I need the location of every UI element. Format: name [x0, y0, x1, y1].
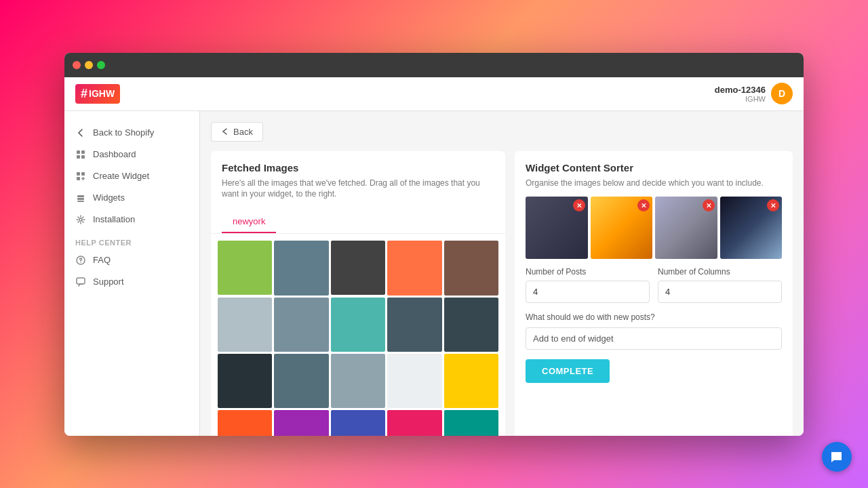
- selected-image-1[interactable]: ✕: [526, 197, 588, 259]
- fetched-images-title: Fetched Images: [222, 162, 494, 174]
- image-thumb[interactable]: [387, 410, 441, 435]
- avatar: D: [771, 83, 793, 104]
- chat-fab-button[interactable]: [822, 442, 852, 472]
- maximize-button[interactable]: [97, 61, 105, 69]
- two-panels: Fetched Images Here's all the images tha…: [211, 151, 793, 436]
- back-button-label: Back: [233, 127, 253, 137]
- remove-image-3-button[interactable]: ✕: [703, 199, 715, 211]
- image-thumb[interactable]: [444, 410, 498, 435]
- back-button[interactable]: Back: [211, 122, 263, 142]
- new-posts-label: What should we do with new posts?: [526, 312, 782, 322]
- svg-rect-0: [77, 150, 80, 154]
- selected-image-2[interactable]: ✕: [591, 197, 653, 259]
- sidebar-label-create-widget: Create Widget: [93, 171, 149, 181]
- number-of-columns-group: Number of Columns: [658, 267, 782, 303]
- number-of-columns-label: Number of Columns: [658, 267, 782, 277]
- number-of-posts-input[interactable]: [526, 281, 650, 303]
- image-thumb[interactable]: [274, 354, 328, 408]
- app-header: # IGHW demo-12346 IGHW D: [64, 77, 804, 111]
- svg-rect-3: [81, 155, 85, 159]
- image-thumb[interactable]: [444, 298, 498, 352]
- image-thumb[interactable]: [331, 354, 385, 408]
- gear-icon: [75, 214, 86, 225]
- image-thumb[interactable]: [331, 298, 385, 352]
- sidebar-label-dashboard: Dashboard: [93, 149, 136, 159]
- complete-button[interactable]: COMPLETE: [526, 359, 610, 383]
- sidebar-label-back-shopify: Back to Shopify: [93, 127, 154, 138]
- image-thumb[interactable]: [218, 241, 272, 295]
- svg-rect-11: [77, 201, 84, 202]
- traffic-lights: [73, 61, 105, 69]
- sidebar-label-support: Support: [93, 277, 124, 287]
- new-posts-select[interactable]: Add to end of widget: [526, 327, 782, 350]
- help-center-label: HELP CENTER: [64, 230, 199, 249]
- image-thumb[interactable]: [274, 410, 328, 435]
- selected-image-3[interactable]: ✕: [655, 197, 717, 259]
- svg-rect-15: [77, 278, 85, 284]
- image-thumb[interactable]: [331, 410, 385, 435]
- sidebar-item-create-widget[interactable]: Create Widget: [64, 165, 199, 187]
- question-icon: [75, 255, 86, 266]
- user-details: demo-12346 IGHW: [715, 85, 766, 103]
- logo-box: # IGHW: [75, 84, 120, 104]
- image-thumb[interactable]: [387, 354, 441, 408]
- svg-rect-1: [81, 150, 85, 154]
- arrow-left-icon: [75, 127, 86, 138]
- svg-rect-10: [77, 198, 84, 200]
- sidebar-item-faq[interactable]: FAQ: [64, 249, 199, 271]
- svg-rect-6: [77, 177, 80, 180]
- sidebar-item-back-shopify[interactable]: Back to Shopify: [64, 122, 199, 144]
- chat-icon: [75, 277, 86, 287]
- user-company: IGHW: [715, 95, 766, 103]
- grid-icon: [75, 149, 86, 160]
- posts-columns-row: Number of Posts Number of Columns: [526, 267, 782, 303]
- sidebar-item-widgets[interactable]: Widgets: [64, 187, 199, 209]
- tab-newyork[interactable]: newyork: [222, 211, 276, 233]
- sidebar-label-faq: FAQ: [93, 255, 111, 265]
- minimize-button[interactable]: [85, 61, 93, 69]
- image-thumb[interactable]: [387, 298, 441, 352]
- selected-image-4[interactable]: ✕: [720, 197, 783, 259]
- logo-text: IGHW: [89, 88, 115, 99]
- sidebar-item-support[interactable]: Support: [64, 271, 199, 293]
- logo: # IGHW: [75, 84, 120, 104]
- image-thumb[interactable]: [444, 354, 498, 408]
- image-thumb[interactable]: [218, 354, 272, 408]
- remove-image-4-button[interactable]: ✕: [767, 199, 779, 211]
- image-thumb[interactable]: [274, 298, 328, 352]
- fetched-images-header: Fetched Images Here's all the images tha…: [211, 151, 505, 211]
- layers-icon: [75, 192, 86, 203]
- remove-image-2-button[interactable]: ✕: [637, 199, 650, 211]
- user-info: demo-12346 IGHW D: [715, 83, 793, 104]
- tab-bar: newyork: [211, 211, 505, 234]
- widget-sorter-title: Widget Content Sorter: [526, 162, 782, 174]
- svg-rect-9: [77, 195, 84, 197]
- image-thumb[interactable]: [444, 241, 498, 295]
- image-thumb[interactable]: [274, 241, 328, 295]
- number-of-columns-input[interactable]: [658, 281, 782, 303]
- main-layout: Back to Shopify Dashboard: [64, 111, 804, 436]
- sidebar-item-installation[interactable]: Installation: [64, 209, 199, 230]
- user-name: demo-12346: [715, 85, 766, 95]
- widget-sorter-panel: Widget Content Sorter Organise the image…: [515, 151, 793, 436]
- image-thumb[interactable]: [218, 298, 272, 352]
- close-button[interactable]: [73, 61, 81, 69]
- remove-image-1-button[interactable]: ✕: [573, 199, 585, 211]
- logo-hash-icon: #: [81, 87, 87, 101]
- number-of-posts-group: Number of Posts: [526, 267, 650, 303]
- sidebar-label-installation: Installation: [93, 214, 135, 224]
- image-thumb[interactable]: [331, 241, 385, 295]
- number-of-posts-label: Number of Posts: [526, 267, 650, 277]
- sidebar-label-widgets: Widgets: [93, 192, 125, 203]
- widget-sorter-desc: Organise the images below and decide whi…: [526, 178, 782, 189]
- image-thumb[interactable]: [387, 241, 441, 295]
- svg-rect-4: [77, 172, 80, 176]
- image-thumb[interactable]: [218, 410, 272, 435]
- svg-rect-2: [77, 155, 80, 159]
- image-grid: [211, 234, 505, 435]
- sidebar-item-dashboard[interactable]: Dashboard: [64, 144, 199, 165]
- main-content: Back Fetched Images Here's all the image…: [200, 111, 804, 436]
- sidebar: Back to Shopify Dashboard: [64, 111, 200, 436]
- fetched-images-panel: Fetched Images Here's all the images tha…: [211, 151, 505, 436]
- plus-grid-icon: [75, 171, 86, 182]
